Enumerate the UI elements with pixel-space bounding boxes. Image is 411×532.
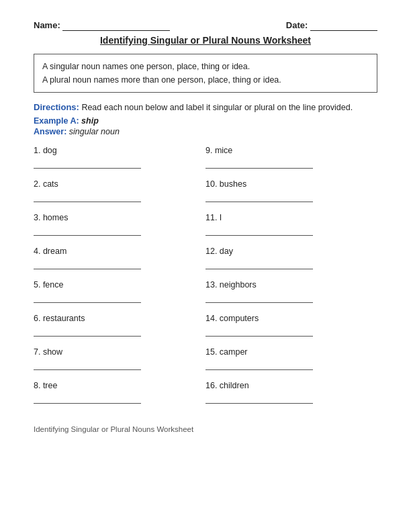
answer-line[interactable] [34, 225, 141, 236]
question-item: 14. computers [205, 311, 377, 342]
answer-text: singular noun [69, 127, 120, 136]
question-text: 9. mice [205, 146, 377, 155]
info-box: A singular noun names one person, place,… [34, 54, 377, 93]
question-item: 11. I [205, 210, 377, 241]
question-item: 1. dog [34, 143, 205, 174]
answer-line[interactable] [205, 259, 313, 269]
answer-line[interactable] [34, 259, 141, 269]
question-text: 10. bushes [205, 179, 377, 189]
directions-label: Directions: [34, 102, 79, 112]
question-text: 14. computers [205, 314, 377, 323]
directions-text: Read each noun below and label it singul… [81, 103, 353, 112]
question-text: 7. show [34, 347, 205, 357]
question-text: 13. neighbors [205, 280, 377, 290]
answer-line[interactable] [205, 359, 313, 370]
question-text: 16. children [205, 381, 377, 390]
question-text: 8. tree [34, 381, 205, 390]
question-item: 2. cats [34, 177, 205, 208]
answer-line[interactable] [34, 292, 141, 303]
answer-line[interactable] [34, 326, 141, 337]
question-item: 7. show [34, 345, 205, 375]
question-item: 6. restaurants [34, 311, 205, 342]
answer-line[interactable] [205, 326, 313, 337]
question-text: 15. camper [205, 347, 377, 357]
example-word: ship [81, 116, 99, 126]
answer-line[interactable] [205, 158, 313, 169]
answer-line[interactable] [34, 393, 141, 404]
question-item: 15. camper [205, 345, 377, 375]
answer-line[interactable] [205, 292, 313, 303]
question-text: 1. dog [34, 146, 205, 155]
example-row: Example A: ship [34, 116, 377, 126]
question-text: 6. restaurants [34, 314, 205, 323]
question-text: 4. dream [34, 247, 205, 256]
question-text: 3. homes [34, 213, 205, 222]
question-item: 5. fence [34, 277, 205, 308]
answer-line[interactable] [34, 359, 141, 370]
answer-line[interactable] [34, 191, 141, 202]
answer-line[interactable] [205, 393, 313, 404]
question-text: 11. I [205, 213, 377, 222]
question-text: 2. cats [34, 179, 205, 189]
footer: Identifying Singular or Plural Nouns Wor… [34, 425, 377, 433]
example-label: Example A: [34, 116, 79, 126]
question-item: 16. children [205, 378, 377, 409]
question-item: 9. mice [205, 143, 377, 174]
question-item: 3. homes [34, 210, 205, 241]
answer-label: Answer: [34, 127, 66, 136]
date-line [310, 20, 377, 31]
question-item: 4. dream [34, 244, 205, 275]
answer-line[interactable] [34, 158, 141, 169]
answer-line[interactable] [205, 191, 313, 202]
question-text: 12. day [205, 247, 377, 256]
info-line-2: A plural noun names more than one person… [42, 73, 369, 87]
question-item: 13. neighbors [205, 277, 377, 308]
directions-row: Directions: Read each noun below and lab… [34, 102, 377, 112]
info-line-1: A singular noun names one person, place,… [42, 60, 369, 73]
question-item: 8. tree [34, 378, 205, 409]
questions-grid: 1. dog9. mice2. cats10. bushes3. homes11… [34, 143, 377, 412]
question-item: 10. bushes [205, 177, 377, 208]
question-text: 5. fence [34, 280, 205, 290]
date-label: Date: [286, 20, 308, 30]
name-label: Name: [34, 20, 60, 30]
answer-line[interactable] [205, 225, 313, 236]
question-item: 12. day [205, 244, 377, 275]
page-title: Identifying Singular or Plural Nouns Wor… [34, 35, 377, 46]
name-line [62, 20, 170, 31]
answer-row: Answer: singular noun [34, 127, 377, 136]
